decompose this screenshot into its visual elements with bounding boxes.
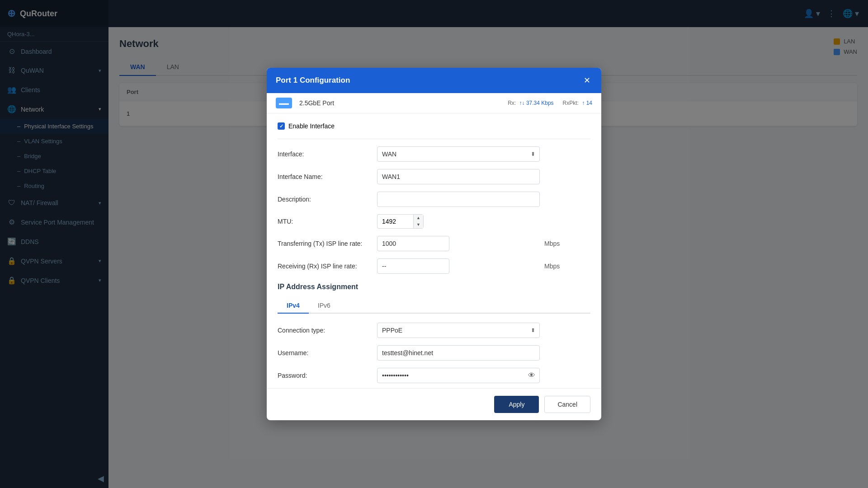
modal: Port 1 Configuration ✕ ▬▬ 2.5GbE Port Rx… [267, 68, 601, 420]
description-control [377, 192, 540, 207]
interface-select[interactable]: WAN LAN [377, 146, 540, 162]
divider-1 [278, 139, 590, 139]
modal-body: Enable Interface Interface: WAN LAN Inte… [267, 113, 601, 388]
rxpkt-label: RxPkt: ↑ 14 [563, 100, 592, 106]
password-label: Password: [278, 372, 377, 379]
description-row: Description: [278, 192, 590, 207]
tab-ipv4[interactable]: IPv4 [278, 298, 309, 314]
enable-interface-label: Enable Interface [288, 122, 335, 130]
port-type-icon: ▬▬ [276, 98, 292, 108]
modal-header: Port 1 Configuration ✕ [267, 68, 601, 93]
interface-label: Interface: [278, 150, 377, 158]
tx-rate-input[interactable] [377, 236, 449, 251]
apply-button[interactable]: Apply [494, 396, 539, 413]
tx-rate-row: Transferring (Tx) ISP line rate: Mbps [278, 236, 590, 251]
interface-name-control [377, 169, 540, 184]
mtu-wrapper: ▲ ▼ [377, 214, 431, 229]
enable-interface-checkbox[interactable] [278, 122, 285, 130]
modal-close-button[interactable]: ✕ [581, 75, 592, 86]
rx-value: 37.34 Kbps [526, 100, 554, 106]
mtu-row: MTU: ▲ ▼ [278, 214, 590, 229]
show-password-icon[interactable]: 👁 [528, 371, 535, 380]
tab-ipv6[interactable]: IPv6 [309, 298, 340, 314]
password-control: 👁 [377, 368, 540, 383]
description-label: Description: [278, 196, 377, 203]
username-control [377, 345, 540, 361]
cancel-button[interactable]: Cancel [544, 396, 590, 413]
rxpkt-up-icon: ↑ [582, 100, 585, 106]
rx-label: Rx: ↑↓ 37.34 Kbps [508, 100, 553, 106]
username-row: Username: [278, 345, 590, 361]
username-input[interactable] [377, 345, 540, 361]
modal-title: Port 1 Configuration [276, 76, 350, 85]
rxpkt-value: 14 [586, 100, 592, 106]
username-label: Username: [278, 349, 377, 357]
port-info-bar: ▬▬ 2.5GbE Port Rx: ↑↓ 37.34 Kbps RxPkt: … [267, 93, 601, 113]
connection-type-select[interactable]: PPPoE DHCP Static IP [377, 323, 540, 338]
enable-interface-row: Enable Interface [278, 122, 590, 130]
interface-name-label: Interface Name: [278, 173, 377, 180]
interface-name-row: Interface Name: [278, 169, 590, 184]
rx-up-icon: ↑↓ [519, 100, 525, 106]
mtu-increase-button[interactable]: ▲ [414, 215, 423, 221]
mtu-control: ▲ ▼ [377, 214, 540, 229]
description-input[interactable] [377, 192, 540, 207]
interface-select-wrapper: WAN LAN [377, 146, 540, 162]
rx-unit: Mbps [544, 263, 560, 270]
rx-rate-row: Receiving (Rx) ISP line rate: Mbps [278, 258, 590, 274]
rx-rate-control [377, 258, 540, 274]
mtu-input[interactable] [377, 214, 413, 229]
tx-rate-label: Transferring (Tx) ISP line rate: [278, 240, 377, 247]
tx-unit: Mbps [544, 240, 560, 247]
modal-footer: Apply Cancel [267, 388, 601, 420]
tx-rate-control [377, 236, 540, 251]
password-input[interactable] [377, 368, 540, 383]
ip-section-title: IP Address Assignment [278, 283, 590, 291]
port-name: 2.5GbE Port [299, 99, 334, 107]
interface-row: Interface: WAN LAN [278, 146, 590, 162]
mtu-label: MTU: [278, 218, 377, 225]
rx-rate-label: Receiving (Rx) ISP line rate: [278, 263, 377, 270]
modal-overlay: Port 1 Configuration ✕ ▬▬ 2.5GbE Port Rx… [0, 0, 868, 488]
port-stats: Rx: ↑↓ 37.34 Kbps RxPkt: ↑ 14 [508, 100, 592, 106]
mtu-decrease-button[interactable]: ▼ [414, 221, 423, 228]
interface-name-input[interactable] [377, 169, 540, 184]
ip-tabs: IPv4 IPv6 [278, 298, 590, 314]
connection-type-label: Connection type: [278, 327, 377, 334]
connection-type-wrapper: PPPoE DHCP Static IP [377, 323, 540, 338]
connection-type-row: Connection type: PPPoE DHCP Static IP [278, 323, 590, 338]
mtu-spinners: ▲ ▼ [413, 214, 424, 229]
rx-rate-input[interactable] [377, 258, 449, 274]
password-row: Password: 👁 [278, 368, 590, 383]
